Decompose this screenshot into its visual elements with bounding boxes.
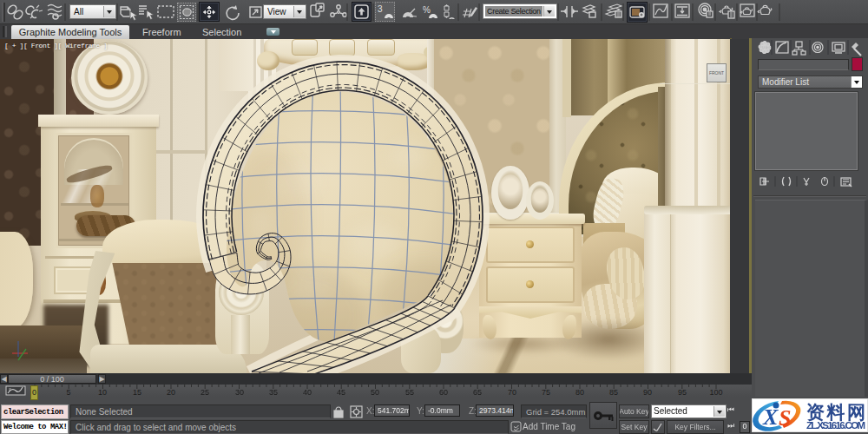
svg-text:ZL.XS1616.COM: ZL.XS1616.COM (806, 420, 865, 431)
svg-text:资料网: 资料网 (806, 402, 865, 422)
svg-text:S: S (779, 405, 791, 431)
svg-text:X: X (762, 404, 779, 430)
